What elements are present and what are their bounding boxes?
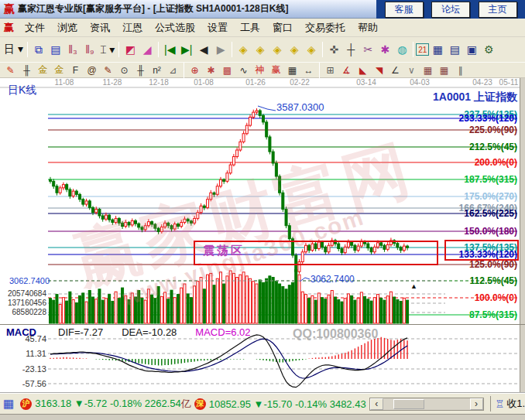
zoom-diamond-2-icon[interactable]: ◈ <box>252 40 269 59</box>
time-grid-icon[interactable]: ╫ <box>132 63 149 77</box>
macd-pane[interactable]: MACDDIF=-7.27DEA=-10.28MACD=6.02 QQ:1008… <box>0 324 525 392</box>
fan-box-icon[interactable]: ◣ <box>355 63 371 77</box>
rays-box-icon[interactable]: ◥ <box>371 63 387 77</box>
forum-button[interactable]: 论坛 <box>431 2 470 18</box>
wave-tool-icon[interactable]: ∿ <box>235 63 252 77</box>
menu-item-工具[interactable]: 工具 <box>234 19 266 37</box>
next-page-icon[interactable]: ▶ <box>212 40 229 59</box>
prev-page-icon[interactable]: ◀ <box>195 40 212 59</box>
menu-item-设置[interactable]: 设置 <box>201 19 234 37</box>
svg-text:04-23: 04-23 <box>472 78 492 87</box>
notes-icon[interactable]: ▤ <box>446 40 463 59</box>
symbol-label: 1A0001 上证指数 <box>433 90 517 104</box>
target-icon[interactable]: ⊕ <box>187 63 203 77</box>
volume-axis-label: 68580228 <box>5 308 46 316</box>
trough-price-annotation: 3062.7400 <box>311 274 355 285</box>
save-icon[interactable]: ▣ <box>463 40 480 59</box>
pencil-ruler-icon[interactable]: ✎ <box>100 63 116 77</box>
grid-a-icon[interactable]: ▦ <box>420 63 436 77</box>
market-summary: 沪3163.18 ▼-5.72 -0.18% 2262.54亿深10852.95… <box>17 397 365 411</box>
calendar-21-icon[interactable]: 21 <box>416 43 429 56</box>
svg-text:12-18: 12-18 <box>149 78 169 87</box>
angle-lines-icon[interactable]: ∠ <box>387 63 403 77</box>
menu-item-公式选股[interactable]: 公式选股 <box>149 19 201 37</box>
period-day-dropdown[interactable]: 日 ▾ <box>2 40 25 59</box>
svg-text:233.33%(120): 233.33%(120) <box>459 113 517 124</box>
n-squared-icon[interactable]: n² <box>149 63 165 77</box>
svg-text:03-14: 03-14 <box>356 78 376 87</box>
menu-item-文件[interactable]: 文件 <box>19 19 51 37</box>
window-title: 赢家江恩专业版[赢家服务平台] - [上证指数 SH1A0001-128日K线] <box>18 2 288 15</box>
color-chart-icon[interactable]: ◢ <box>139 40 156 59</box>
favorites-icon[interactable]: ◩ <box>122 40 139 59</box>
svg-text:112.5%(45): 112.5%(45) <box>470 275 517 286</box>
menu-bar: 赢 文件浏览资讯江恩公式选股设置工具窗口交易委托帮助 <box>0 19 525 37</box>
quote-grid-icon[interactable]: ▦ <box>3 397 14 411</box>
ying-tool-icon[interactable]: 赢 <box>268 63 284 77</box>
gann-gold-1-icon[interactable]: 金 <box>35 63 51 77</box>
spiral-icon[interactable]: @ <box>84 63 100 77</box>
hand-tool-icon[interactable]: ✜ <box>325 40 342 59</box>
kline-3-icon[interactable]: ‖₃ <box>64 40 81 59</box>
pencil-tool-icon[interactable]: ✎ <box>2 63 19 77</box>
shanghai-badge-icon[interactable]: 沪 <box>20 398 32 410</box>
zoom-diamond-4-icon[interactable]: ◈ <box>286 40 303 59</box>
toolbar-separator <box>319 63 320 78</box>
width-arrows-icon[interactable]: ↔ <box>300 63 317 77</box>
customer-service-button[interactable]: 客服 <box>385 2 424 18</box>
cut-tool-icon[interactable]: ✂ <box>359 40 376 59</box>
parallel-lines-icon[interactable]: ∥ <box>452 63 468 77</box>
cross-cursor-icon[interactable]: ┼ <box>342 40 359 59</box>
angle-ruler-icon[interactable]: ⊿ <box>165 63 181 77</box>
menu-item-交易委托[interactable]: 交易委托 <box>299 19 352 37</box>
candle-type-dropdown[interactable]: ⌶ ▾ <box>98 40 116 59</box>
fibonacci-icon[interactable]: F <box>67 63 84 77</box>
svg-text:01-26: 01-26 <box>245 78 266 87</box>
toolbar-separator <box>27 42 28 57</box>
fan-rays-icon[interactable]: ∡ <box>338 63 355 77</box>
left-axis-price-label: 3062.7400 <box>9 276 50 285</box>
price-chart-pane[interactable]: 赢家财富网 www.yingjia360.com 11-0811-2812-18… <box>0 78 525 324</box>
scroll-thumb[interactable] <box>393 399 424 409</box>
scroll-right-arrow[interactable]: › <box>470 398 483 410</box>
ruler-grid-icon[interactable]: ▦ <box>284 63 300 77</box>
first-page-icon[interactable]: |◀ <box>161 40 178 59</box>
web-star-icon[interactable]: ✱ <box>203 63 219 77</box>
v-lines-icon[interactable]: ∨ <box>403 63 420 77</box>
menu-item-资讯[interactable]: 资讯 <box>84 19 116 37</box>
gann-wheel-icon[interactable]: ⊙ <box>116 63 132 77</box>
grid-ruler-icon[interactable]: ╫ <box>19 63 35 77</box>
composite-chart-icon[interactable]: ⧉ <box>30 40 47 59</box>
ribbon-tool-icon[interactable]: ✱ <box>376 40 393 59</box>
svg-text:100.0%(0): 100.0%(0) <box>475 292 517 303</box>
svg-text:187.5%(315): 187.5%(315) <box>464 174 517 185</box>
menu-item-浏览[interactable]: 浏览 <box>51 19 84 37</box>
grid-b-icon[interactable]: ▦ <box>436 63 452 77</box>
level-highlight-box <box>444 240 519 261</box>
menu-item-江恩[interactable]: 江恩 <box>116 19 149 37</box>
scroll-left-arrow[interactable]: ‹ <box>370 398 383 410</box>
square-web-icon[interactable]: ▩ <box>219 63 235 77</box>
last-page-icon[interactable]: ▶| <box>178 40 195 59</box>
calculator-icon[interactable]: ▦ <box>429 40 446 59</box>
market-quote-text: 10852.95 ▼-15.70 -0.14% 3482.43 <box>209 398 366 410</box>
settings-tool-icon[interactable]: ⚙ <box>480 40 497 59</box>
pattern-brain-icon[interactable]: ◍ <box>393 40 410 59</box>
info-panel-icon[interactable]: ▤ <box>47 40 64 59</box>
kline-9-icon[interactable]: ‖₉ <box>81 40 98 59</box>
zoom-diamond-5-icon[interactable]: ◈ <box>303 40 320 59</box>
box-tool-icon[interactable]: ⊞ <box>322 63 338 77</box>
signal-tower-icon[interactable]: ♖ <box>496 398 505 410</box>
gann-level-labels: 237.5%(135)233.33%(120)225.0%(90)212.5%(… <box>459 109 517 320</box>
gann-gold-2-icon[interactable]: 金 <box>51 63 67 77</box>
menu-item-帮助[interactable]: 帮助 <box>352 19 384 37</box>
macd-axis-tick: 11.31 <box>6 349 46 358</box>
zoom-diamond-3-icon[interactable]: ◈ <box>269 40 286 59</box>
homepage-button[interactable]: 主页 <box>479 2 517 18</box>
shen-tool-icon[interactable]: 神 <box>252 63 268 77</box>
chart-scrollbar[interactable]: ‹ › <box>369 398 484 411</box>
menu-item-窗口[interactable]: 窗口 <box>266 19 299 37</box>
zoom-diamond-1-icon[interactable]: ◈ <box>235 40 252 59</box>
titlebar-button-zone: 客服 论坛 主页 <box>376 0 525 19</box>
shenzhen-badge-icon[interactable]: 深 <box>194 398 206 410</box>
